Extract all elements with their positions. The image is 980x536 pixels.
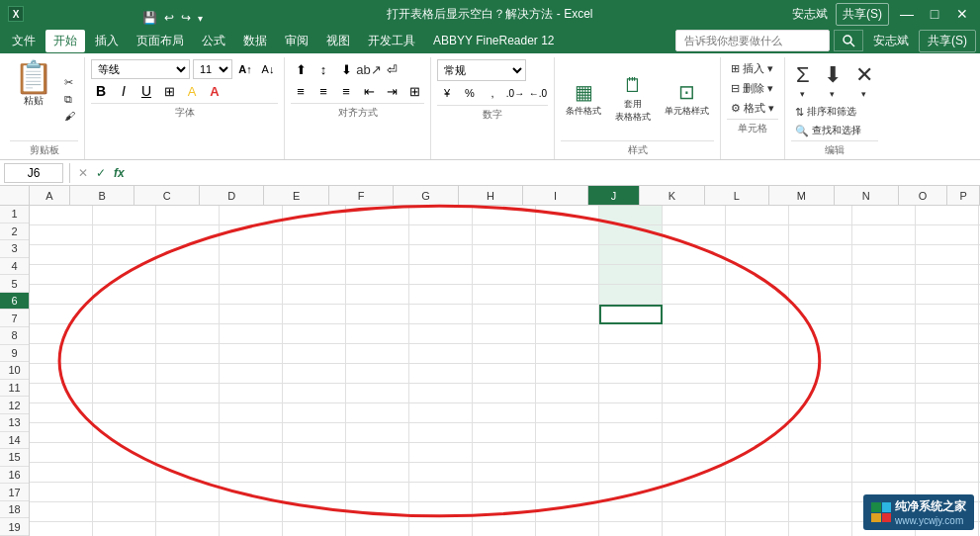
cell-G6[interactable] (409, 305, 473, 324)
cell-G4[interactable] (409, 265, 473, 285)
cell-O13[interactable] (916, 443, 979, 463)
cell-F7[interactable] (346, 324, 409, 344)
align-left-btn[interactable]: ≡ (291, 81, 311, 101)
cell-A16[interactable] (30, 502, 93, 522)
cell-D2[interactable] (220, 225, 283, 245)
cell-G13[interactable] (409, 443, 473, 463)
cell-J2[interactable] (599, 225, 663, 245)
cell-C5[interactable] (156, 285, 220, 305)
row-19[interactable]: 19 (0, 518, 29, 536)
align-middle-btn[interactable]: ↕ (313, 59, 333, 79)
col-header-F[interactable]: F (329, 186, 394, 205)
wrap-text-btn[interactable]: ⏎ (382, 59, 401, 79)
cell-K9[interactable] (663, 364, 726, 384)
maximize-button[interactable]: □ (925, 4, 944, 24)
cell-H12[interactable] (473, 423, 536, 443)
row-7[interactable]: 7 (0, 310, 29, 327)
cell-B14[interactable] (93, 463, 156, 483)
row-12[interactable]: 12 (0, 397, 29, 414)
underline-button[interactable]: U (136, 81, 156, 101)
cell-D3[interactable] (220, 245, 283, 265)
cell-C11[interactable] (156, 403, 220, 423)
col-header-N[interactable]: N (835, 186, 899, 205)
cell-A6[interactable] (30, 305, 93, 324)
cell-I4[interactable] (536, 265, 599, 285)
cell-N6[interactable] (852, 305, 916, 324)
format-painter-button[interactable]: 🖌 (61, 109, 78, 123)
cell-B7[interactable] (93, 324, 156, 344)
cell-I13[interactable] (536, 443, 599, 463)
cell-F10[interactable] (346, 384, 409, 403)
cell-E11[interactable] (283, 403, 346, 423)
menu-developer[interactable]: 开发工具 (360, 30, 423, 52)
col-header-O[interactable]: O (899, 186, 947, 205)
cell-H14[interactable] (473, 463, 536, 483)
cell-G3[interactable] (409, 245, 473, 265)
cell-K1[interactable] (663, 206, 726, 225)
paste-button[interactable]: 📋 粘贴 (10, 59, 57, 138)
confirm-formula-btn[interactable]: ✓ (94, 164, 108, 182)
row-10[interactable]: 10 (0, 362, 29, 380)
cell-K14[interactable] (663, 463, 726, 483)
cell-G1[interactable] (409, 206, 473, 225)
cell-J4[interactable] (599, 265, 663, 285)
cell-B6[interactable] (93, 305, 156, 324)
cell-M7[interactable] (789, 324, 852, 344)
cell-D4[interactable] (220, 265, 283, 285)
cell-G16[interactable] (409, 502, 473, 522)
cell-L16[interactable] (726, 502, 789, 522)
cell-M17[interactable] (789, 522, 852, 536)
cell-L3[interactable] (726, 245, 789, 265)
menu-home[interactable]: 开始 (45, 30, 85, 52)
cell-J16[interactable] (599, 502, 663, 522)
cell-C14[interactable] (156, 463, 220, 483)
indent-btn[interactable]: ⇥ (382, 81, 401, 101)
menu-review[interactable]: 审阅 (277, 30, 316, 52)
cell-A11[interactable] (30, 403, 93, 423)
user-account[interactable]: 安志斌 (865, 33, 917, 49)
cell-N2[interactable] (852, 225, 916, 245)
cell-K10[interactable] (663, 384, 726, 403)
cell-N1[interactable] (852, 206, 916, 225)
cell-G10[interactable] (409, 384, 473, 403)
cell-O10[interactable] (916, 384, 979, 403)
cut-button[interactable]: ✂ (61, 75, 78, 90)
cell-E12[interactable] (283, 423, 346, 443)
sum-btn[interactable]: Σ ▾ (791, 59, 815, 102)
fill-color-button[interactable]: A (182, 81, 202, 101)
cell-J17[interactable] (599, 522, 663, 536)
cell-D1[interactable] (220, 206, 283, 225)
cell-K17[interactable] (663, 522, 726, 536)
cell-G5[interactable] (409, 285, 473, 305)
row-18[interactable]: 18 (0, 501, 29, 519)
cell-M10[interactable] (789, 384, 852, 403)
cell-K16[interactable] (663, 502, 726, 522)
col-header-E[interactable]: E (264, 186, 328, 205)
cell-D6[interactable] (220, 305, 283, 324)
cell-H17[interactable] (473, 522, 536, 536)
cell-F17[interactable] (346, 522, 409, 536)
cell-I2[interactable] (536, 225, 599, 245)
cell-D12[interactable] (220, 423, 283, 443)
cell-E10[interactable] (283, 384, 346, 403)
cell-A15[interactable] (30, 483, 93, 502)
cell-J11[interactable] (599, 403, 663, 423)
font-color-button[interactable]: A (205, 81, 224, 101)
cell-N3[interactable] (852, 245, 916, 265)
cell-E13[interactable] (283, 443, 346, 463)
cell-A4[interactable] (30, 265, 93, 285)
cell-N12[interactable] (852, 423, 916, 443)
cell-M6[interactable] (789, 305, 852, 324)
row-4[interactable]: 4 (0, 258, 29, 276)
cell-A7[interactable] (30, 324, 93, 344)
cell-F11[interactable] (346, 403, 409, 423)
cell-C1[interactable] (156, 206, 220, 225)
font-name-select[interactable]: 等线 (91, 59, 190, 79)
cell-O8[interactable] (916, 344, 979, 364)
comma-btn[interactable]: , (483, 83, 502, 103)
cell-M8[interactable] (789, 344, 852, 364)
cell-I11[interactable] (536, 403, 599, 423)
cell-H2[interactable] (473, 225, 536, 245)
cell-I16[interactable] (536, 502, 599, 522)
insert-cell-btn[interactable]: ⊞ 插入 ▾ (727, 59, 778, 78)
